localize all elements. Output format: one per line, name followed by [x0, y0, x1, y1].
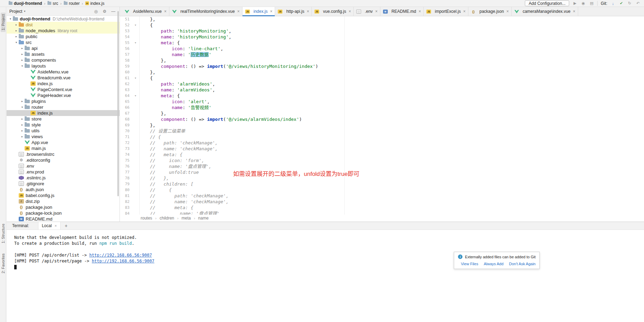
editor-tab[interactable]: JShttp-api.js×: [275, 7, 312, 16]
tree-item[interactable]: App.vue: [7, 140, 120, 145]
tree-item[interactable]: ▸assets: [7, 51, 120, 57]
close-icon[interactable]: ×: [463, 9, 466, 14]
chevron-right-icon[interactable]: ▸: [20, 129, 25, 132]
tree-item[interactable]: .browserslistrc: [7, 151, 120, 157]
tree-item[interactable]: ▸components: [7, 57, 120, 63]
chevron-right-icon[interactable]: ▸: [20, 53, 25, 56]
close-icon[interactable]: ×: [375, 9, 378, 14]
breadcrumb-item[interactable]: router: [63, 1, 81, 6]
close-icon[interactable]: ×: [307, 9, 309, 14]
tree-item[interactable]: ▾duoji-frontendD:\zheheWeb\duoji-fronten…: [7, 16, 120, 22]
gear-icon[interactable]: ⚙: [101, 9, 108, 14]
close-icon[interactable]: ×: [506, 9, 509, 14]
tree-item[interactable]: ▸node_moduleslibrary root: [7, 28, 120, 34]
editor-tab[interactable]: realTimeMonitoring\index.vue×: [169, 7, 242, 16]
hide-panel-icon[interactable]: —: [110, 9, 117, 14]
git-rollback-icon[interactable]: ↶: [635, 1, 641, 6]
new-terminal-icon[interactable]: +: [65, 223, 68, 229]
tree-item[interactable]: PageHeader.vue: [7, 92, 120, 98]
chevron-right-icon[interactable]: ▸: [20, 117, 25, 120]
chevron-right-icon[interactable]: ▸: [14, 35, 19, 38]
tree-item[interactable]: .env.prod: [7, 169, 120, 175]
chevron-down-icon[interactable]: ▾: [14, 41, 19, 44]
tree-item[interactable]: ▸utils: [7, 128, 120, 134]
breadcrumb-item[interactable]: duoji-frontend: [8, 1, 43, 6]
fold-marker-icon[interactable]: ▾: [132, 41, 139, 44]
terminal-tab-local[interactable]: Local ×: [38, 222, 61, 230]
breadcrumb-item[interactable]: meta: [182, 216, 191, 221]
notification-action-link[interactable]: Always Add: [484, 262, 503, 266]
breadcrumb-item[interactable]: JSindex.js: [84, 1, 106, 6]
git-update-icon[interactable]: ↓: [610, 1, 616, 6]
close-icon[interactable]: ×: [270, 9, 272, 14]
tree-scrollbar[interactable]: [117, 11, 119, 196]
fold-marker-icon[interactable]: ▾: [132, 24, 139, 27]
tree-item[interactable]: .env: [7, 163, 120, 169]
tree-item[interactable]: ▾src: [7, 39, 120, 45]
tree-item[interactable]: ▸dist: [7, 22, 120, 28]
terminal-link[interactable]: http://192.168.66.56:9007: [92, 259, 155, 263]
git-commit-icon[interactable]: ✔: [619, 1, 624, 6]
tree-item[interactable]: JSbabel.config.js: [7, 193, 120, 198]
tree-item[interactable]: {}auth.json: [7, 187, 120, 193]
chevron-down-icon[interactable]: ▾: [20, 106, 25, 109]
tree-item[interactable]: PageContent.vue: [7, 87, 120, 92]
breadcrumb-item[interactable]: children: [160, 216, 174, 221]
tree-item[interactable]: Breadcrumb.vue: [7, 75, 120, 81]
tree-item[interactable]: {}package-lock.json: [7, 210, 120, 216]
close-icon[interactable]: ×: [237, 9, 240, 14]
tree-item[interactable]: JSindex.js: [7, 81, 120, 87]
tree-item[interactable]: .gitignore: [7, 181, 120, 187]
tree-item[interactable]: .eslintrc.js: [7, 175, 120, 181]
tree-item[interactable]: ▸views: [7, 134, 120, 140]
run-icon[interactable]: ▶: [572, 1, 577, 6]
project-view-selector[interactable]: Project: [9, 9, 22, 14]
tree-item[interactable]: ▾layouts: [7, 63, 120, 69]
breadcrumb-item[interactable]: routes: [141, 216, 152, 221]
chevron-right-icon[interactable]: ▸: [14, 23, 19, 26]
tree-item[interactable]: ▸store: [7, 116, 120, 122]
chevron-right-icon[interactable]: ▸: [20, 123, 25, 126]
close-icon[interactable]: ×: [164, 9, 167, 14]
chevron-right-icon[interactable]: ▸: [14, 29, 19, 32]
terminal-output[interactable]: Note that the development build is not o…: [7, 230, 644, 322]
code-area[interactable]: 51},52▾{53 path: 'historyMonitoring',54 …: [120, 16, 644, 215]
chevron-right-icon[interactable]: ▸: [20, 47, 25, 50]
profile-icon[interactable]: ▤: [589, 1, 594, 6]
tree-item[interactable]: MREADME.md: [7, 216, 120, 222]
editor-tab[interactable]: JSvue.config.js×: [312, 7, 354, 16]
chevron-right-icon[interactable]: ▸: [20, 100, 25, 103]
terminal-link[interactable]: http://192.168.66.56:9007: [89, 253, 152, 258]
notification-action-link[interactable]: Don't Ask Again: [509, 262, 536, 266]
debug-icon[interactable]: ◉: [581, 1, 586, 6]
chevron-right-icon[interactable]: ▸: [20, 59, 25, 62]
add-configuration-button[interactable]: Add Configuration...: [525, 0, 569, 6]
tree-item[interactable]: {}package.json: [7, 204, 120, 210]
chevron-down-icon[interactable]: ▾: [20, 64, 25, 68]
tree-item[interactable]: JSmain.js: [7, 145, 120, 151]
tool-window-structure-button[interactable]: 1: Structure: [1, 224, 5, 243]
tree-item[interactable]: ▸style: [7, 122, 120, 128]
editor-tab[interactable]: JSimportExcel.js×: [424, 7, 468, 16]
breadcrumb-item[interactable]: src: [46, 1, 59, 6]
editor-tab[interactable]: AsideMenu.vue×: [122, 7, 169, 16]
locate-file-icon[interactable]: ◎: [92, 9, 99, 14]
editor-tab[interactable]: JSindex.js×: [242, 7, 275, 16]
tree-item[interactable]: Zdist.zip: [7, 198, 120, 204]
tree-item[interactable]: ▸api: [7, 45, 120, 51]
editor-tab[interactable]: {}package.json×: [468, 7, 512, 16]
chevron-down-icon[interactable]: ▾: [8, 17, 13, 20]
editor-tab[interactable]: .env×: [354, 7, 380, 16]
tree-item[interactable]: ▾router: [7, 104, 120, 110]
fold-marker-icon[interactable]: ▾: [132, 77, 139, 80]
breadcrumb-item[interactable]: name: [198, 216, 209, 221]
editor-tab[interactable]: cameraManage\index.vue×: [512, 7, 578, 16]
tool-window-project-button[interactable]: 1: Project: [1, 12, 6, 32]
tree-item[interactable]: ⚙.editorconfig: [7, 157, 120, 163]
tree-item[interactable]: JSindex.js: [7, 110, 120, 116]
notification-action-link[interactable]: View Files: [461, 262, 478, 266]
git-history-icon[interactable]: ↻: [627, 1, 632, 6]
close-icon[interactable]: ×: [573, 9, 575, 14]
editor-tab[interactable]: MREADME.md×: [380, 7, 424, 16]
tree-item[interactable]: ▸public: [7, 34, 120, 39]
